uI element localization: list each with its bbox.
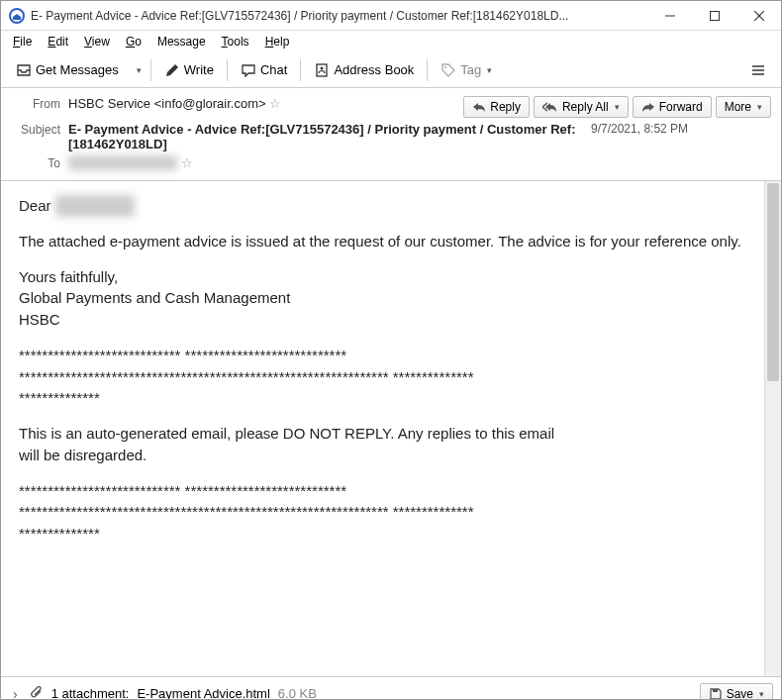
pencil-icon <box>164 62 180 78</box>
chevron-down-icon: ▾ <box>137 65 142 75</box>
svg-rect-2 <box>710 11 719 20</box>
minimize-button[interactable] <box>647 1 692 31</box>
attachment-filename[interactable]: E-Payment Advice.html <box>137 686 269 700</box>
separator <box>300 59 301 81</box>
scrollbar-thumb[interactable] <box>767 183 779 381</box>
window-controls <box>647 1 781 31</box>
window-title: E- Payment Advice - Advice Ref:[GLV71557… <box>31 9 647 23</box>
write-label: Write <box>184 62 214 77</box>
address-book-label: Address Book <box>334 62 414 77</box>
to-label: To <box>11 155 60 170</box>
menu-edit[interactable]: Edit <box>40 33 76 50</box>
menu-help[interactable]: Help <box>257 33 298 50</box>
menu-message[interactable]: Message <box>149 33 214 50</box>
header-actions: Reply Reply All ▾ Forward More ▾ <box>463 96 771 118</box>
attachment-count: 1 attachment: <box>51 686 130 700</box>
address-book-icon <box>314 62 330 78</box>
reply-all-icon <box>542 101 558 113</box>
from-value: HSBC Service <info@glorair.com> ☆ <box>68 96 455 111</box>
date-value: 9/7/2021, 8:52 PM <box>591 122 688 136</box>
separator <box>227 59 228 81</box>
attachment-bar: › 1 attachment: E-Payment Advice.html 6.… <box>1 676 781 700</box>
tag-icon <box>440 62 456 78</box>
vertical-scrollbar[interactable] <box>764 181 781 676</box>
paperclip-icon <box>30 686 44 701</box>
menu-go[interactable]: Go <box>118 33 149 50</box>
body-p3: This is an auto-generated email, please … <box>19 423 573 466</box>
main-toolbar: Get Messages ▾ Write Chat Address Book T… <box>1 52 781 88</box>
message-body: Dear redacted The attached e-payment adv… <box>1 181 764 676</box>
svg-rect-11 <box>713 689 718 692</box>
from-label: From <box>11 96 60 111</box>
to-value: redacted@example ☆ <box>68 155 771 170</box>
subject-label: Subject <box>11 122 60 137</box>
menu-tools[interactable]: Tools <box>214 33 257 50</box>
separator <box>427 59 428 81</box>
star-icon[interactable]: ☆ <box>181 155 193 170</box>
chat-button[interactable]: Chat <box>232 57 296 83</box>
expand-chevron-icon[interactable]: › <box>9 686 22 701</box>
menubar: File Edit View Go Message Tools Help <box>1 31 781 52</box>
inbox-icon <box>16 62 32 78</box>
body-p1: The attached e-payment advice is issued … <box>19 231 746 252</box>
reply-all-button[interactable]: Reply All ▾ <box>534 96 629 118</box>
maximize-button[interactable] <box>692 1 736 31</box>
forward-button[interactable]: Forward <box>633 96 712 118</box>
get-messages-label: Get Messages <box>36 62 119 77</box>
body-signature: Yours faithfully, Global Payments and Ca… <box>19 266 746 331</box>
tag-button[interactable]: Tag ▾ <box>432 57 501 83</box>
menu-view[interactable]: View <box>76 33 118 50</box>
separator <box>150 59 151 81</box>
svg-point-7 <box>444 66 446 68</box>
reply-button[interactable]: Reply <box>463 96 530 118</box>
address-book-button[interactable]: Address Book <box>305 57 423 83</box>
reply-icon <box>472 101 486 113</box>
hamburger-menu-button[interactable] <box>741 57 775 83</box>
write-button[interactable]: Write <box>155 57 223 83</box>
close-button[interactable] <box>736 1 781 31</box>
star-icon[interactable]: ☆ <box>269 96 281 111</box>
get-messages-button[interactable]: Get Messages <box>7 57 128 83</box>
attachment-size: 6.0 KB <box>278 686 317 700</box>
tag-label: Tag <box>460 62 481 77</box>
body-separator: **************************** ***********… <box>19 345 746 409</box>
body-separator: **************************** ***********… <box>19 480 746 545</box>
menu-icon <box>750 62 766 78</box>
svg-point-6 <box>321 66 324 69</box>
window-titlebar: E- Payment Advice - Advice Ref:[GLV71557… <box>1 1 781 31</box>
message-header: From HSBC Service <info@glorair.com> ☆ R… <box>1 88 781 181</box>
save-attachment-button[interactable]: Save ▾ <box>700 683 773 701</box>
chevron-down-icon: ▾ <box>615 102 620 112</box>
chevron-down-icon: ▾ <box>757 102 762 112</box>
save-icon <box>709 687 723 701</box>
subject-value: E- Payment Advice - Advice Ref:[GLV71557… <box>68 122 583 151</box>
greeting: Dear redacted <box>19 195 746 217</box>
chevron-down-icon: ▾ <box>487 65 492 75</box>
chevron-down-icon: ▾ <box>759 689 764 699</box>
get-messages-dropdown[interactable]: ▾ <box>130 60 147 80</box>
chat-label: Chat <box>260 62 287 77</box>
menu-file[interactable]: File <box>5 33 40 50</box>
app-icon <box>9 8 25 24</box>
more-button[interactable]: More ▾ <box>716 96 771 118</box>
forward-icon <box>641 101 655 113</box>
chat-icon <box>241 62 256 78</box>
message-body-wrap: Dear redacted The attached e-payment adv… <box>1 181 781 676</box>
